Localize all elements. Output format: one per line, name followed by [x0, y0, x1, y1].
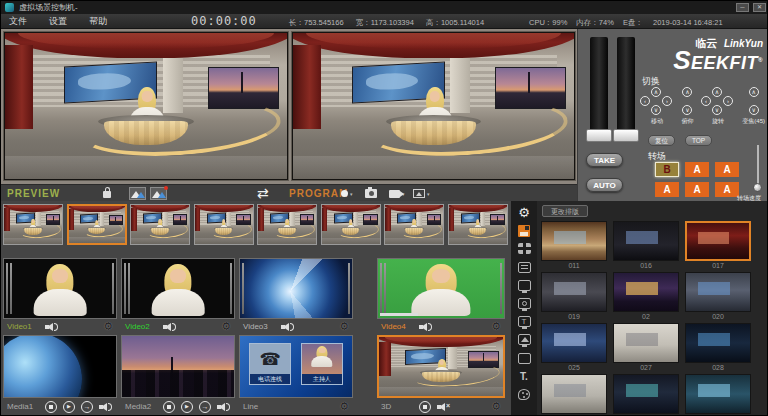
- pad-right-button[interactable]: ›: [723, 96, 733, 106]
- pad-left-button[interactable]: ‹: [701, 96, 711, 106]
- media1-thumbnail[interactable]: [3, 335, 117, 398]
- scene-thumbnail-02[interactable]: 02: [613, 272, 679, 321]
- camera-angle-thumbnail-6[interactable]: [321, 204, 381, 245]
- text-tool-icon[interactable]: T.: [515, 369, 533, 384]
- muted-speaker-icon[interactable]: ×: [437, 402, 450, 412]
- monitor-icon[interactable]: [515, 278, 533, 293]
- take-button[interactable]: TAKE: [586, 153, 623, 167]
- video-camera-icon[interactable]: ▾: [389, 187, 405, 200]
- pad-up-button[interactable]: ∧: [682, 87, 692, 97]
- settings-gear-icon[interactable]: ⚙: [339, 321, 349, 332]
- t-bar-handle-left[interactable]: [586, 129, 612, 142]
- pad-down-button[interactable]: ∨: [651, 105, 661, 115]
- menu-item-1[interactable]: 文件: [9, 15, 27, 28]
- media2-thumbnail[interactable]: [121, 335, 235, 398]
- close-button[interactable]: ✕: [753, 3, 766, 12]
- loop-button[interactable]: →: [199, 401, 211, 413]
- transition-source-button-4[interactable]: A: [655, 182, 679, 197]
- scene-thumbnail-011[interactable]: 011: [541, 221, 607, 270]
- t-bar-handle-right[interactable]: [613, 129, 639, 142]
- swap-icon[interactable]: ⇄: [257, 185, 269, 202]
- palette-icon[interactable]: [515, 387, 533, 402]
- scene-thumbnail-020[interactable]: 020: [685, 272, 751, 321]
- pad-down-button[interactable]: ∨: [749, 105, 759, 115]
- menu-item-2[interactable]: 设置: [49, 15, 67, 28]
- menu-item-3[interactable]: 帮助: [89, 15, 107, 28]
- settings-gear-icon[interactable]: ⚙: [221, 321, 231, 332]
- speaker-icon[interactable]: [281, 322, 294, 332]
- settings-gear-icon[interactable]: ⚙: [103, 321, 113, 332]
- transition-source-button-3[interactable]: A: [715, 162, 739, 177]
- camera-angle-thumbnail-2[interactable]: [67, 204, 127, 245]
- stop-button[interactable]: [45, 401, 57, 413]
- camera-angle-thumbnail-1[interactable]: [3, 204, 63, 245]
- transition-effect-icon[interactable]: [129, 187, 146, 200]
- camera-angle-thumbnail-4[interactable]: [194, 204, 254, 245]
- scene-thumbnail-016[interactable]: 016: [613, 221, 679, 270]
- add-window-icon[interactable]: [515, 241, 533, 256]
- camera-angle-thumbnail-8[interactable]: [448, 204, 508, 245]
- scene-thumbnail-027[interactable]: 027: [613, 323, 679, 372]
- video2-thumbnail[interactable]: [121, 258, 235, 319]
- pad-down-button[interactable]: ∨: [712, 105, 722, 115]
- scene-thumbnail-r4-11[interactable]: [685, 374, 751, 416]
- scene-thumbnail-r4-9[interactable]: [541, 374, 607, 416]
- scene-thumbnail-017[interactable]: 017: [685, 221, 751, 270]
- reset-button[interactable]: 复位: [648, 135, 675, 146]
- pad-left-button[interactable]: ‹: [640, 96, 650, 106]
- loop-button[interactable]: →: [81, 401, 93, 413]
- play-button[interactable]: ▶: [63, 401, 75, 413]
- speaker-icon[interactable]: [163, 322, 176, 332]
- line-thumbnail[interactable]: ☎ 电话连线 主持人: [239, 335, 353, 398]
- camera-angle-thumbnail-3[interactable]: [130, 204, 190, 245]
- monitor-image-icon[interactable]: [515, 332, 533, 347]
- image-output-icon[interactable]: ▾: [413, 187, 430, 200]
- pad-up-button[interactable]: ∧: [712, 87, 722, 97]
- speaker-icon[interactable]: [419, 322, 432, 332]
- monitor-subtitle-icon[interactable]: [515, 314, 533, 329]
- settings-gear-icon[interactable]: ⚙: [491, 401, 501, 412]
- speaker-icon[interactable]: [45, 322, 58, 332]
- top-button[interactable]: TOP: [685, 135, 712, 146]
- video3-thumbnail[interactable]: [239, 258, 353, 319]
- video1-thumbnail[interactable]: [3, 258, 117, 319]
- scene-thumbnail-019[interactable]: 019: [541, 272, 607, 321]
- auto-button[interactable]: AUTO: [586, 178, 623, 192]
- transition-source-button-2[interactable]: A: [685, 162, 709, 177]
- speaker-icon[interactable]: [217, 402, 230, 412]
- video4-thumbnail[interactable]: [377, 258, 505, 319]
- lock-icon[interactable]: [103, 191, 111, 198]
- settings-gear-icon[interactable]: ⚙: [339, 401, 349, 412]
- camera-angle-thumbnail-5[interactable]: [257, 204, 317, 245]
- save-icon[interactable]: [515, 223, 533, 238]
- pad-down-button[interactable]: ∨: [682, 105, 692, 115]
- threed-thumbnail[interactable]: [377, 335, 505, 398]
- monitor-effect-icon[interactable]: [515, 296, 533, 311]
- change-layout-button[interactable]: 更改排版: [542, 205, 588, 217]
- host-box[interactable]: 主持人: [301, 343, 343, 385]
- transition-source-button-1[interactable]: B: [655, 162, 679, 177]
- record-icon[interactable]: ▾: [341, 187, 353, 200]
- transition-source-button-5[interactable]: A: [685, 182, 709, 197]
- t-bar-fader[interactable]: [582, 37, 644, 145]
- pad-up-button[interactable]: ∧: [749, 87, 759, 97]
- scene-thumbnail-025[interactable]: 025: [541, 323, 607, 372]
- blank-frame-icon[interactable]: [515, 351, 533, 366]
- pad-right-button[interactable]: ›: [662, 96, 672, 106]
- playlist-icon[interactable]: [515, 260, 533, 275]
- transition-speed-knob[interactable]: [753, 183, 762, 192]
- settings-gear-icon[interactable]: ⚙: [491, 321, 501, 332]
- stop-button[interactable]: [163, 401, 175, 413]
- play-button[interactable]: ▶: [181, 401, 193, 413]
- transition-effect-icon-2[interactable]: [150, 187, 167, 200]
- scene-thumbnail-028[interactable]: 028: [685, 323, 751, 372]
- speaker-icon[interactable]: [99, 402, 112, 412]
- scene-thumbnail-r4-10[interactable]: [613, 374, 679, 416]
- snapshot-camera-icon[interactable]: [365, 187, 377, 200]
- minimize-button[interactable]: ─: [736, 3, 749, 12]
- phone-call-box[interactable]: ☎ 电话连线: [249, 343, 291, 385]
- settings-icon[interactable]: ⚙: [515, 205, 533, 220]
- camera-angle-thumbnail-7[interactable]: [384, 204, 444, 245]
- stop-button[interactable]: [419, 401, 431, 413]
- pad-up-button[interactable]: ∧: [651, 87, 661, 97]
